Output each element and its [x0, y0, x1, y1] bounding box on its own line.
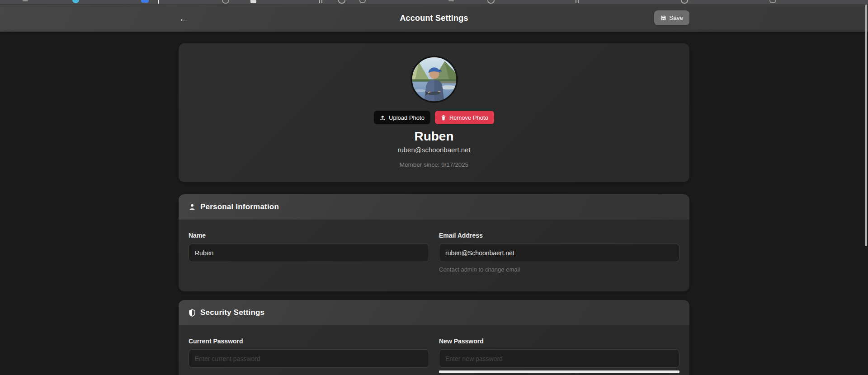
email-helper-text: Contact admin to change email: [439, 266, 679, 273]
upload-photo-button[interactable]: Upload Photo: [374, 111, 430, 124]
favicon-fragment: [681, 0, 688, 4]
new-password-field-group: New Password: [439, 337, 679, 373]
scrollbar-thumb[interactable]: [865, 5, 867, 246]
profile-email: ruben@schoonbaert.net: [179, 145, 689, 155]
email-input[interactable]: [439, 244, 679, 262]
profile-name: Ruben: [179, 129, 689, 144]
favicon-fragment: [319, 0, 320, 3]
email-field-group: Email Address Contact admin to change em…: [439, 231, 679, 273]
app-header: ← Account Settings Save: [0, 5, 868, 32]
security-settings-header: Security Settings: [179, 300, 689, 325]
save-floppy-icon: [660, 15, 666, 21]
email-label: Email Address: [439, 232, 483, 239]
save-button-label: Save: [669, 14, 683, 21]
new-password-input[interactable]: [439, 349, 679, 368]
name-input[interactable]: [189, 244, 429, 262]
current-password-field-group: Current Password: [189, 337, 429, 373]
upload-icon: [380, 115, 386, 121]
remove-photo-label: Remove Photo: [449, 114, 488, 121]
security-settings-title: Security Settings: [200, 308, 264, 317]
favicon-fragment: [487, 0, 495, 4]
personal-information-header: Personal Information: [179, 194, 689, 220]
back-button[interactable]: ←: [179, 11, 194, 25]
favicon-fragment: [448, 0, 454, 1]
favicon-fragment: [769, 0, 776, 3]
favicon-fragment: [359, 0, 366, 3]
name-field-group: Name: [189, 231, 429, 273]
favicon-fragment: [23, 0, 28, 1]
current-password-label: Current Password: [189, 338, 243, 345]
personal-information-section: Personal Information Name Email Address …: [179, 194, 689, 291]
favicon-fragment: [72, 0, 79, 3]
remove-photo-button[interactable]: Remove Photo: [435, 111, 494, 124]
password-strength-bar: [439, 370, 679, 373]
name-label: Name: [189, 232, 206, 239]
save-button[interactable]: Save: [654, 10, 689, 25]
page-title: Account Settings: [400, 14, 468, 23]
current-password-input[interactable]: [189, 349, 429, 368]
browser-chrome-strip: [0, 0, 868, 5]
profile-card: Upload Photo Remove Photo Ruben ruben@sc…: [179, 43, 689, 182]
personal-information-title: Personal Information: [200, 202, 279, 211]
favicon-fragment: [250, 0, 256, 3]
favicon-fragment: [338, 0, 345, 4]
new-password-label: New Password: [439, 338, 484, 345]
settings-page: Upload Photo Remove Photo Ruben ruben@sc…: [179, 0, 689, 375]
shield-icon: [189, 309, 196, 317]
person-icon: [189, 203, 196, 211]
favicon-fragment: [222, 0, 229, 4]
favicon-fragment: [158, 0, 159, 4]
avatar: [410, 56, 458, 103]
favicon-fragment: [141, 0, 149, 3]
favicon-fragment: [576, 0, 576, 3]
upload-photo-label: Upload Photo: [389, 114, 425, 121]
security-settings-section: Security Settings Current Password New P…: [179, 300, 689, 375]
trash-icon: [441, 115, 446, 121]
member-since-text: Member since: 9/17/2025: [179, 161, 689, 169]
